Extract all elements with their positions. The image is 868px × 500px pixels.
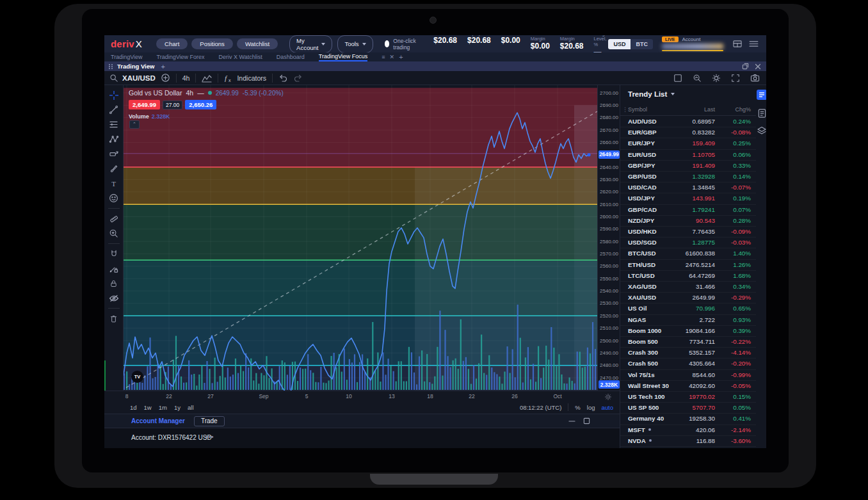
- ruler-icon[interactable]: [108, 213, 120, 225]
- watchlist-row-nzd-jpy[interactable]: NZD/JPY90.5430.28%: [620, 215, 756, 227]
- watchlist-row-xau-usd[interactable]: XAU/USD2649.99-0.29%: [620, 292, 756, 303]
- one-click-toggle[interactable]: One-click trading: [385, 38, 422, 51]
- dropdown-tools[interactable]: Tools: [337, 35, 373, 53]
- quick-search-icon[interactable]: [693, 74, 702, 83]
- fullscreen-icon[interactable]: [731, 74, 740, 83]
- watchlist-row-usd-jpy[interactable]: USD/JPY143.9910.19%: [620, 193, 756, 204]
- watchlist-row-us-tech-100[interactable]: US Tech 10019770.020.15%: [620, 391, 756, 403]
- eyeoff-icon[interactable]: [108, 292, 120, 304]
- col-chg[interactable]: Chg%: [735, 106, 751, 113]
- range-1m[interactable]: 1m: [159, 404, 167, 411]
- tab-list-icon[interactable]: ≡: [382, 54, 385, 60]
- trash-icon[interactable]: [108, 312, 120, 325]
- range-1w[interactable]: 1w: [144, 404, 152, 411]
- text-icon[interactable]: T: [108, 177, 120, 190]
- watchlist-row-usd-sgd[interactable]: USD/SGD1.28775-0.03%: [620, 237, 756, 248]
- watchlist-row-ltc-usd[interactable]: LTC/USD64.472691.68%: [620, 270, 756, 282]
- deriv-logo[interactable]: derivX: [111, 38, 142, 49]
- brush-icon[interactable]: [108, 163, 120, 175]
- snapshot-icon[interactable]: [750, 74, 760, 82]
- fib-icon[interactable]: [108, 118, 120, 131]
- object-tree-icon[interactable]: [757, 126, 766, 135]
- legend-title[interactable]: Gold vs US Dollar: [129, 89, 182, 97]
- workspace-tab-tradingview-forex[interactable]: TradingView Forex: [157, 54, 205, 60]
- currency-btc-button[interactable]: BTC: [631, 39, 653, 49]
- watchlist-row-gbp-jpy[interactable]: GBP/JPY191.4090.33%: [620, 160, 756, 172]
- watchlist-row-us-sp-500[interactable]: US SP 5005707.700.05%: [620, 402, 756, 414]
- watchlist-row-crash-300[interactable]: Crash 3005352.157-4.14%: [620, 347, 756, 359]
- watchlist-row-crash-500[interactable]: Crash 5004305.664-0.20%: [620, 358, 756, 369]
- symbol-search-icon[interactable]: [109, 74, 118, 83]
- clock[interactable]: 08:12:22 (UTC): [520, 404, 561, 411]
- watchlist-row-ngas[interactable]: NGAS2.7220.93%: [620, 314, 756, 326]
- watchlist-row-aud-usd[interactable]: AUD/USD0.689570.24%: [620, 116, 756, 127]
- layout-icon[interactable]: [673, 74, 682, 83]
- sell-button[interactable]: 2,649.99: [129, 100, 160, 109]
- redo-icon[interactable]: [294, 74, 303, 82]
- watchlist-row-us-oil[interactable]: US Oil70.9960.65%: [620, 303, 756, 314]
- watchlist-row-gbp-cad[interactable]: GBP/CAD1.792410.07%: [620, 204, 756, 216]
- tab-account-manager[interactable]: Account Manager: [131, 417, 185, 424]
- maximize-panel-icon[interactable]: [583, 417, 590, 424]
- details-icon[interactable]: [757, 108, 767, 118]
- range-1d[interactable]: 1d: [130, 404, 137, 411]
- range-all[interactable]: all: [188, 404, 194, 411]
- log-scale-button[interactable]: log: [587, 404, 595, 411]
- interval-button[interactable]: 4h: [182, 74, 190, 82]
- watchlist-row-eth-usd[interactable]: ETH/USD2476.52141.26%: [620, 259, 756, 271]
- currency-usd-button[interactable]: USD: [608, 39, 631, 49]
- volume-label[interactable]: Volume: [129, 113, 149, 120]
- watchlist-title[interactable]: Trendy List: [628, 90, 675, 98]
- legend-collapse-button[interactable]: ⌃: [129, 120, 140, 129]
- axis-settings-gear-icon[interactable]: [604, 393, 611, 400]
- watchlist-row-germany-40[interactable]: Germany 4019258.300.41%: [620, 413, 756, 424]
- drawlock-icon[interactable]: [108, 262, 120, 275]
- chart-settings-icon[interactable]: [712, 74, 721, 83]
- price-axis[interactable]: 2700.002690.002680.002670.002660.002640.…: [597, 85, 620, 391]
- tab-close-icon[interactable]: ✕: [390, 54, 395, 60]
- watchlist-row-usd-hkd[interactable]: USD/HKD7.76435-0.09%: [620, 226, 756, 238]
- drag-handle-icon[interactable]: [108, 63, 113, 70]
- nav-button-watchlist[interactable]: Watchlist: [237, 38, 278, 49]
- apps-grid-icon[interactable]: [732, 40, 743, 48]
- watchlist-row-gbp-usd[interactable]: GBP/USD1.329280.14%: [620, 171, 756, 182]
- price-chart[interactable]: Gold vs US Dollar 4h — 2649.99 -5.39 (-0…: [124, 85, 597, 391]
- popout-icon[interactable]: [742, 63, 749, 70]
- watchlist-row-boom-500[interactable]: Boom 5007734.711-0.22%: [620, 336, 756, 348]
- range-1y[interactable]: 1y: [174, 404, 181, 411]
- zoomin-icon[interactable]: [108, 227, 120, 239]
- symbol-button[interactable]: XAU/USD: [122, 74, 156, 82]
- account-selector[interactable]: LIVE Account: [662, 36, 723, 51]
- watchlist-row-usd-cad[interactable]: USD/CAD1.34845-0.07%: [620, 182, 756, 193]
- emoji-icon[interactable]: [108, 192, 120, 204]
- watchlist-row-xag-usd[interactable]: XAG/USD31.4660.34%: [620, 281, 756, 293]
- close-window-icon[interactable]: [755, 63, 761, 70]
- account-more-button[interactable]: •••: [205, 433, 214, 440]
- watchlist-row-nvda[interactable]: NVDA116.88-3.60%: [620, 435, 756, 447]
- minimize-panel-icon[interactable]: [568, 420, 575, 423]
- watchlist-row-eur-gbp[interactable]: EUR/GBP0.83282-0.08%: [620, 127, 756, 138]
- time-axis[interactable]: 82227Sep51013182226Oct: [104, 391, 620, 401]
- tab-trade[interactable]: Trade: [194, 416, 225, 426]
- watchlist-row-vol-75-1s[interactable]: Vol 75/1s8544.60-0.99%: [620, 369, 756, 381]
- auto-scale-button[interactable]: auto: [602, 404, 614, 411]
- compare-add-icon[interactable]: [161, 73, 170, 83]
- lock-icon[interactable]: [108, 277, 120, 289]
- fx-icon[interactable]: fx: [224, 74, 234, 83]
- watchlist-row-eur-usd[interactable]: EUR/USD1.107050.06%: [620, 149, 756, 161]
- dots-vertical-icon[interactable]: ⋮: [622, 106, 628, 113]
- workspace-tab-tradingview[interactable]: TradingView: [111, 54, 143, 60]
- chart-type-icon[interactable]: [202, 74, 212, 83]
- watchlist-row-btc-usd[interactable]: BTC/USD61600.8381.40%: [620, 248, 756, 259]
- nav-button-positions[interactable]: Positions: [191, 38, 233, 49]
- menu-icon[interactable]: [749, 40, 759, 48]
- col-symbol[interactable]: Symbol: [628, 106, 647, 113]
- watchlist-row-msft[interactable]: MSFT420.06-2.14%: [620, 424, 756, 436]
- workspace-tab-tradingview-focus[interactable]: TradingView Focus: [319, 53, 368, 61]
- forecast-icon[interactable]: [108, 148, 120, 160]
- nav-button-chart[interactable]: Chart: [156, 38, 188, 49]
- watchlist-icon[interactable]: [756, 89, 766, 101]
- add-chart-tab-icon[interactable]: +: [161, 63, 165, 70]
- watchlist-row-eur-jpy[interactable]: EUR/JPY159.4090.25%: [620, 138, 756, 149]
- percent-scale-button[interactable]: %: [575, 404, 580, 411]
